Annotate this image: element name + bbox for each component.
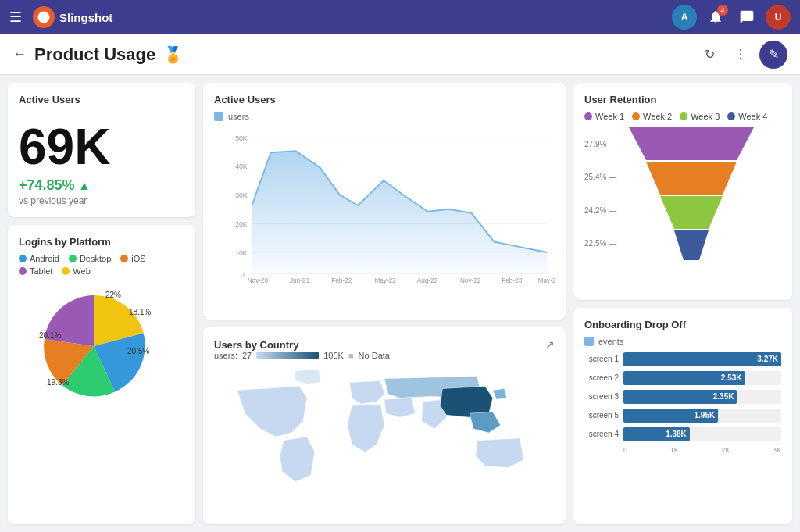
svg-text:Nov-22: Nov-22 <box>460 277 481 284</box>
week2-legend: Week 2 <box>632 112 672 121</box>
week4-label: Week 4 <box>738 112 767 121</box>
kpi-change-value: +74.85% <box>19 177 75 193</box>
line-chart-svg: 50K 40K 30K 20K 10K 0 <box>214 127 555 284</box>
logo-icon <box>33 6 55 28</box>
svg-marker-29 <box>660 196 723 229</box>
header-actions: ↻ ⋮ ✎ <box>697 41 788 69</box>
tablet-label: Tablet <box>30 266 52 276</box>
bar-label-screen5: screen 5 <box>584 411 619 420</box>
color-gradient <box>256 352 319 359</box>
ios-label: iOS <box>131 254 145 263</box>
country-range: users: 27 105K ■ No Data <box>214 351 555 360</box>
no-data-box: ■ <box>348 351 354 360</box>
week1-dot <box>584 112 592 120</box>
week3-label: Week 3 <box>691 112 720 121</box>
users-by-country-card: Users by Country ↗ users: 27 105K ■ No D… <box>203 327 566 524</box>
svg-text:20.5%: 20.5% <box>127 347 149 355</box>
country-card-header: Users by Country ↗ <box>214 338 555 351</box>
bar-fill-screen3: 2.35K <box>623 390 737 404</box>
kpi-period: vs previous year <box>19 195 184 206</box>
legend-ios: iOS <box>120 254 145 263</box>
svg-text:20.1%: 20.1% <box>39 331 61 340</box>
bar-value-screen3: 2.35K <box>713 392 734 401</box>
web-dot <box>62 267 70 275</box>
bar-label-screen3: screen 3 <box>584 392 619 401</box>
world-map-svg <box>214 366 555 491</box>
bar-fill-screen5: 1.95K <box>623 409 718 423</box>
svg-text:40K: 40K <box>235 162 248 170</box>
funnel-svg <box>621 127 762 260</box>
funnel-wrapper: 27.9% — 25.4% — 24.2% — 22.5% — <box>584 127 781 260</box>
refresh-button[interactable]: ↻ <box>697 42 722 67</box>
funnel-pct-labels: 27.9% — 25.4% — 24.2% — 22.5% — <box>584 127 616 260</box>
week3-legend: Week 3 <box>680 112 720 121</box>
svg-text:19.3%: 19.3% <box>47 378 69 387</box>
chat-btn[interactable] <box>734 5 759 30</box>
onboarding-card: Onboarding Drop Off events screen 1 3.27… <box>573 308 792 525</box>
pie-chart-container: 18.1% 20.5% 19.3% 20.1% 22% <box>19 284 184 409</box>
week2-dot <box>632 112 640 120</box>
bar-track-screen4: 1.38K <box>623 427 781 441</box>
bar-row-screen3: screen 3 2.35K <box>584 390 781 404</box>
map-container <box>214 366 555 491</box>
logins-by-platform-card: Logins by Platform Android Desktop iOS T… <box>8 225 195 524</box>
app-brand: Slingshot <box>59 11 112 24</box>
bar-fill-screen1: 3.27K <box>623 352 781 366</box>
retention-title: User Retention <box>584 94 781 105</box>
axis-1k: 1K <box>670 446 679 454</box>
legend-desktop: Desktop <box>69 254 111 263</box>
range-min: 27 <box>242 351 252 360</box>
back-button[interactable]: ← <box>12 46 27 62</box>
svg-text:May-22: May-22 <box>374 277 396 284</box>
bar-chart-container: screen 1 3.27K screen 2 2.53K <box>584 352 781 454</box>
bar-track-screen3: 2.35K <box>623 390 781 404</box>
active-users-kpi-card: Active Users 69K +74.85% ▲ vs previous y… <box>8 83 195 217</box>
svg-point-0 <box>38 12 50 23</box>
pct-2: 25.4% — <box>584 173 616 181</box>
svg-text:10K: 10K <box>235 249 248 257</box>
edit-button[interactable]: ✎ <box>759 41 788 69</box>
bar-row-screen5: screen 5 1.95K <box>584 409 781 423</box>
bar-fill-screen4: 1.38K <box>623 427 690 441</box>
user-retention-card: User Retention Week 1 Week 2 Week 3 Week… <box>573 83 792 300</box>
onboarding-legend-box <box>584 337 594 346</box>
desktop-label: Desktop <box>80 254 111 263</box>
android-dot <box>19 255 27 262</box>
bar-fill-screen2: 2.53K <box>623 371 745 385</box>
svg-text:30K: 30K <box>235 191 248 199</box>
chart-legend: users <box>214 112 555 121</box>
title-badge: 🏅 <box>163 45 183 64</box>
expand-icon[interactable]: ↗ <box>545 338 555 351</box>
svg-marker-27 <box>629 127 754 160</box>
svg-text:Feb-22: Feb-22 <box>331 277 352 284</box>
left-column: Active Users 69K +74.85% ▲ vs previous y… <box>8 83 195 524</box>
page-header: ← Product Usage 🏅 ↻ ⋮ ✎ <box>0 34 800 75</box>
active-users-chart-title: Active Users <box>214 94 555 105</box>
hamburger-icon[interactable]: ☰ <box>9 9 22 26</box>
user-avatar[interactable]: U <box>766 5 791 30</box>
week4-legend: Week 4 <box>727 112 767 121</box>
bar-value-screen1: 3.27K <box>757 355 778 363</box>
avatar-1: A <box>672 5 697 30</box>
svg-marker-28 <box>646 162 737 195</box>
chart-legend-box <box>214 112 223 121</box>
bar-label-screen2: screen 2 <box>584 373 619 382</box>
profile-icon-btn[interactable]: A <box>672 5 697 30</box>
desktop-dot <box>69 255 77 262</box>
bar-label-screen4: screen 4 <box>584 430 619 438</box>
notification-btn[interactable]: 4 <box>703 5 728 30</box>
svg-text:May-23: May-23 <box>538 277 555 284</box>
right-column: User Retention Week 1 Week 2 Week 3 Week… <box>573 83 792 524</box>
more-options-button[interactable]: ⋮ <box>728 42 753 67</box>
pct-1: 27.9% — <box>584 140 616 148</box>
tablet-dot <box>19 267 27 275</box>
onboarding-title: Onboarding Drop Off <box>584 319 781 330</box>
legend-web: Web <box>62 266 90 276</box>
ios-dot <box>120 255 128 262</box>
week1-legend: Week 1 <box>584 112 624 121</box>
svg-text:Aug-22: Aug-22 <box>417 277 438 284</box>
svg-text:18.1%: 18.1% <box>129 308 151 316</box>
week3-dot <box>680 112 688 120</box>
svg-marker-18 <box>252 151 547 273</box>
svg-text:0: 0 <box>241 271 245 279</box>
